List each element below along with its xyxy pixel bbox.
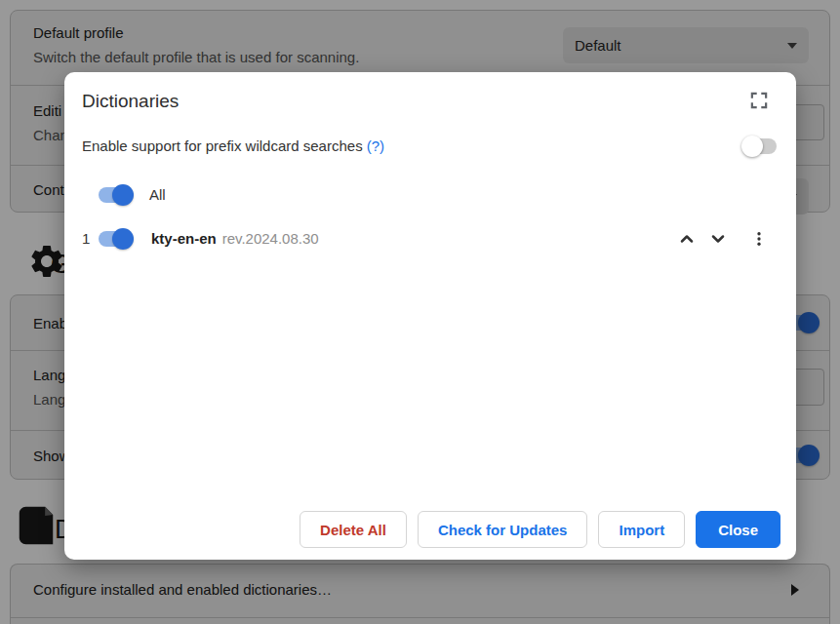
modal-footer: Delete All Check for Updates Import Clos… <box>300 511 780 548</box>
dictionaries-modal: Dictionaries Enable support for prefix w… <box>64 72 796 560</box>
check-for-updates-button[interactable]: Check for Updates <box>418 511 588 548</box>
dictionary-name: kty-en-en <box>151 230 217 247</box>
wildcard-label-text: Enable support for prefix wildcard searc… <box>82 137 363 154</box>
kebab-menu-icon <box>750 230 768 248</box>
dictionary-controls <box>675 227 771 251</box>
toggle-knob <box>741 136 763 157</box>
all-row-label: All <box>149 183 166 207</box>
chevron-up-icon <box>677 229 697 249</box>
dictionary-menu-button[interactable] <box>747 227 771 251</box>
delete-all-button[interactable]: Delete All <box>300 511 407 548</box>
dictionary-index: 1 <box>82 227 90 251</box>
import-button[interactable]: Import <box>598 511 685 548</box>
chevron-down-icon <box>708 229 728 249</box>
fullscreen-icon <box>748 90 770 111</box>
wildcard-row-label: Enable support for prefix wildcard searc… <box>82 135 384 158</box>
wildcard-toggle[interactable] <box>743 138 777 154</box>
fullscreen-button[interactable] <box>746 88 772 113</box>
move-down-button[interactable] <box>706 227 730 251</box>
dictionary-revision: rev.2024.08.30 <box>222 230 319 247</box>
help-link[interactable]: (?) <box>367 137 384 154</box>
dictionary-toggle[interactable] <box>99 231 132 247</box>
settings-page: Default profile Switch the default profi… <box>0 0 840 624</box>
close-button[interactable]: Close <box>696 511 780 548</box>
toggle-knob <box>112 184 134 206</box>
toggle-knob <box>112 228 134 250</box>
modal-title: Dictionaries <box>82 89 179 114</box>
all-dictionaries-toggle[interactable] <box>99 187 132 203</box>
move-up-button[interactable] <box>675 227 699 251</box>
dictionary-row: kty-en-enrev.2024.08.30 <box>151 227 319 251</box>
